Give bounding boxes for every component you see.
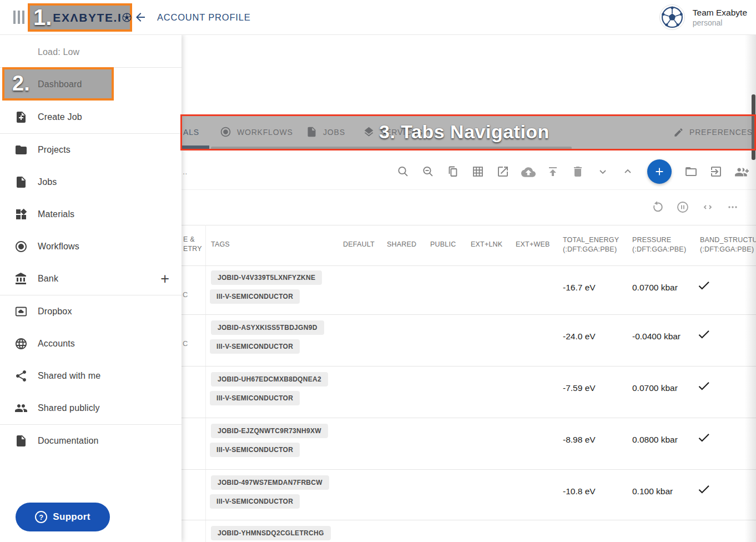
annotation-step2-number: 2. bbox=[12, 72, 30, 96]
folder-icon[interactable] bbox=[684, 165, 698, 178]
tag-class[interactable]: III-V-SEMICONDUCTOR bbox=[210, 339, 300, 354]
back-arrow-icon[interactable] bbox=[134, 11, 147, 24]
col-shared[interactable]: SHARED bbox=[387, 240, 416, 248]
col-band-structure[interactable]: BAND_STRUCTU bbox=[700, 236, 756, 244]
sidebar-item-workflows[interactable]: Workflows bbox=[0, 230, 182, 263]
sidebar-item-projects[interactable]: Projects bbox=[0, 134, 182, 166]
annotation-step3-tabs: 3. Tabs Navigation bbox=[180, 114, 756, 150]
more-icon[interactable] bbox=[726, 200, 739, 214]
add-button[interactable] bbox=[647, 159, 672, 184]
sidebar-item-label: Shared publicly bbox=[38, 403, 100, 413]
sidebar-item-dropbox[interactable]: Dropbox bbox=[0, 295, 182, 328]
widgets-icon bbox=[14, 208, 28, 221]
band-structure-check-icon bbox=[697, 430, 711, 445]
menu-icon[interactable] bbox=[13, 11, 26, 24]
help-icon: ? bbox=[35, 511, 47, 523]
sidebar-item-documentation[interactable]: Documentation bbox=[0, 425, 182, 457]
col-total-energy-sub: (:DFT:GGA:PBE) bbox=[563, 245, 617, 253]
chevron-up-icon[interactable] bbox=[621, 165, 634, 178]
delete-icon[interactable] bbox=[571, 165, 584, 178]
exabyte-logo[interactable]: EXΛBYTE.I bbox=[53, 11, 132, 24]
col-total-energy[interactable]: TOTAL_ENERGY bbox=[563, 236, 619, 244]
toolbar bbox=[396, 158, 748, 185]
total-energy-value: -24.0 eV bbox=[563, 332, 596, 342]
divider bbox=[182, 189, 756, 190]
annotation-step1-logo: 1. EXΛBYTE.I bbox=[28, 3, 132, 32]
exit-to-app-icon[interactable] bbox=[709, 165, 723, 178]
total-energy-value: -8.98 eV bbox=[563, 435, 596, 445]
col-name-line2[interactable]: ETRY bbox=[183, 245, 202, 253]
sidebar-item-label: Projects bbox=[38, 145, 70, 155]
pressure-value: -0.0400 kbar bbox=[632, 332, 681, 342]
table-row[interactable]: JOBID-YHMNSDQ2CGLETRCHG bbox=[182, 520, 756, 542]
total-energy-value: -16.7 eV bbox=[563, 283, 596, 293]
sidebar-item-load: Load: Low bbox=[0, 36, 182, 68]
sidebar-item-label: Materials bbox=[38, 209, 74, 219]
col-default[interactable]: DEFAULT bbox=[343, 240, 375, 248]
search-icon[interactable] bbox=[396, 165, 410, 178]
table-row[interactable]: C JOBID-ASYXKISS5TBDJGN9D III-V-SEMICOND… bbox=[182, 314, 756, 366]
tag-class[interactable]: III-V-SEMICONDUCTOR bbox=[210, 494, 300, 509]
tag-jobid[interactable]: JOBID-UH67EDCMXB8DQNEA2 bbox=[211, 372, 328, 387]
table-row[interactable]: JOBID-EJZQNWTC9R73NH9XW III-V-SEMICONDUC… bbox=[182, 418, 756, 469]
tag-jobid[interactable]: JOBID-EJZQNWTC9R73NH9XW bbox=[211, 424, 328, 438]
folder-icon bbox=[14, 143, 28, 157]
material-name-fragment: C bbox=[183, 290, 188, 299]
sidebar-item-shared-publicly[interactable]: Shared publicly bbox=[0, 392, 182, 424]
tag-jobid[interactable]: JOBID-V4V339T5LXNFYZKNE bbox=[211, 270, 322, 285]
sidebar-item-jobs[interactable]: Jobs bbox=[0, 166, 182, 198]
col-name-line1[interactable]: E & bbox=[183, 235, 195, 243]
tag-class[interactable]: III-V-SEMICONDUCTOR bbox=[210, 289, 300, 304]
search-input[interactable]: .. bbox=[183, 167, 187, 176]
team-account-menu[interactable]: Team Exabyte personal bbox=[659, 0, 747, 34]
col-ext-lnk[interactable]: EXT+LNK bbox=[471, 240, 502, 248]
band-structure-check-icon bbox=[697, 482, 711, 496]
app-canvas: ALS WORKFLOWS JOBS SERVICES PREFERENCES … bbox=[0, 0, 756, 542]
pause-icon[interactable] bbox=[676, 200, 689, 214]
sidebar-item-create-job[interactable]: Create Job bbox=[0, 101, 182, 133]
sidebar-menu: Load: Low Dashboard Create Job Projects … bbox=[0, 34, 182, 542]
sidebar-item-accounts[interactable]: Accounts bbox=[0, 328, 182, 360]
pressure-value: 0.0800 kbar bbox=[632, 435, 678, 445]
table-row[interactable]: C JOBID-V4V339T5LXNFYZKNE III-V-SEMICOND… bbox=[182, 265, 756, 317]
support-button[interactable]: ? Support bbox=[16, 503, 110, 531]
col-ext-web[interactable]: EXT+WEB bbox=[516, 240, 550, 248]
table-row[interactable]: JOBID-UH67EDCMXB8DQNEA2 III-V-SEMICONDUC… bbox=[182, 366, 756, 418]
chevron-down-icon[interactable] bbox=[596, 165, 609, 178]
tag-jobid[interactable]: JOBID-ASYXKISS5TBDJGN9D bbox=[211, 320, 324, 335]
group-add-icon[interactable] bbox=[734, 165, 748, 178]
team-avatar bbox=[659, 4, 685, 30]
sidebar-item-shared-with-me[interactable]: Shared with me bbox=[0, 360, 182, 392]
upload-icon[interactable] bbox=[546, 165, 560, 178]
workflows-icon bbox=[14, 240, 28, 253]
sidebar-item-label: Workflows bbox=[38, 242, 79, 252]
grid-view-icon[interactable] bbox=[471, 165, 485, 178]
bank-add-icon[interactable]: + bbox=[160, 263, 169, 295]
code-icon[interactable] bbox=[701, 200, 714, 214]
col-tags[interactable]: TAGS bbox=[211, 240, 230, 248]
total-energy-value: -10.8 eV bbox=[563, 486, 596, 496]
cloud-upload-icon[interactable] bbox=[521, 165, 535, 178]
zoom-out-search-icon[interactable] bbox=[421, 165, 435, 178]
refresh-icon[interactable] bbox=[651, 200, 664, 214]
pressure-value: 0.0700 kbar bbox=[632, 283, 678, 293]
sidebar-item-materials[interactable]: Materials bbox=[0, 198, 182, 230]
tag-jobid[interactable]: JOBID-YHMNSDQ2CGLETRCHG bbox=[211, 526, 331, 540]
col-pressure-sub: (:DFT:GGA:PBE) bbox=[632, 245, 686, 253]
open-in-new-icon[interactable] bbox=[496, 165, 510, 178]
logo-ball-icon bbox=[122, 13, 132, 22]
sidebar-item-label: Shared with me bbox=[38, 371, 100, 381]
copy-icon[interactable] bbox=[446, 165, 460, 178]
band-structure-check-icon bbox=[697, 379, 711, 393]
sidebar-item-label: Accounts bbox=[38, 339, 75, 349]
col-pressure[interactable]: PRESSURE bbox=[632, 236, 671, 244]
bank-icon bbox=[14, 272, 28, 285]
tag-class[interactable]: III-V-SEMICONDUCTOR bbox=[210, 391, 300, 405]
tag-jobid[interactable]: JOBID-497WS7EMDAN7FRBCW bbox=[211, 475, 329, 490]
sidebar-item-bank[interactable]: Bank + bbox=[0, 263, 182, 295]
annotation-step3-label: 3. Tabs Navigation bbox=[379, 121, 550, 143]
pressure-value: 0.100 kbar bbox=[632, 486, 673, 496]
table-row[interactable]: JOBID-497WS7EMDAN7FRBCW III-V-SEMICONDUC… bbox=[182, 469, 756, 521]
col-public[interactable]: PUBLIC bbox=[430, 240, 456, 248]
tag-class[interactable]: III-V-SEMICONDUCTOR bbox=[210, 443, 300, 457]
